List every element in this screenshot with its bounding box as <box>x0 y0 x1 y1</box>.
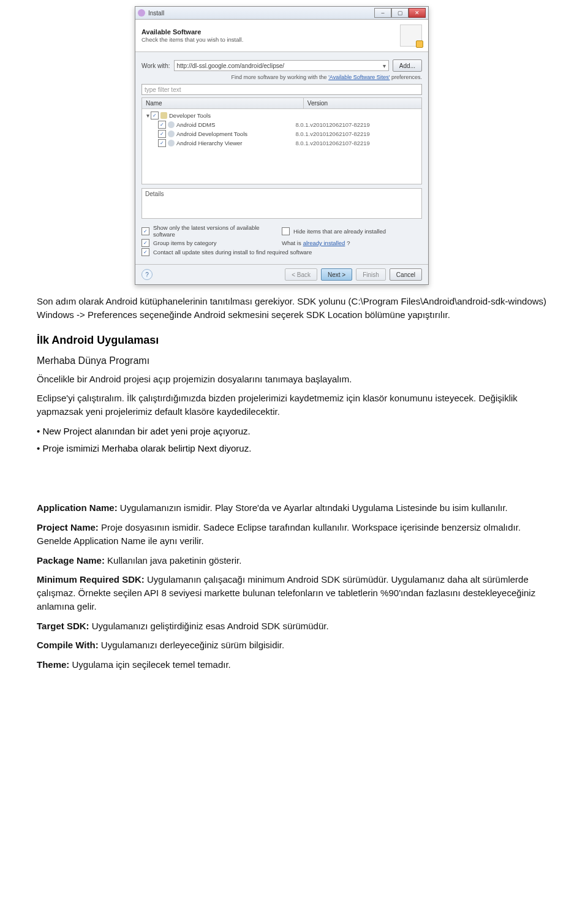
table-row[interactable]: ✓ Android DDMS 8.0.1.v201012062107-82219 <box>145 120 419 129</box>
paragraph: Application Name: Uygulamanızın ismidir.… <box>37 501 551 515</box>
finish-button[interactable]: Finish <box>356 268 386 281</box>
feature-icon <box>168 131 175 137</box>
group-name: Developer Tools <box>169 112 211 119</box>
software-table: Name Version ▾ ✓ Developer Tools <box>141 97 422 184</box>
paragraph: Minimum Required SDK: Uygulamanın çalışa… <box>37 573 551 613</box>
paragraph: Compile With: Uygulamanızı derleyeceğini… <box>37 638 551 652</box>
maximize-button[interactable]: ▢ <box>391 8 409 18</box>
label-project-name: Project Name: <box>37 522 99 532</box>
list-item: New Project alanından bir adet yeni proj… <box>37 425 551 438</box>
checkbox[interactable]: ✓ <box>158 130 166 138</box>
back-button[interactable]: < Back <box>285 268 317 281</box>
feature-icon <box>168 121 175 128</box>
close-button[interactable]: ✕ <box>409 8 426 18</box>
window-title: Install <box>148 10 164 17</box>
label-compile-with: Compile With: <box>37 640 99 650</box>
feature-icon <box>168 140 175 146</box>
label-min-sdk: Minimum Required SDK: <box>37 574 145 585</box>
add-button[interactable]: Add... <box>393 59 422 72</box>
opt-group: Group items by category <box>153 240 217 246</box>
paragraph: Öncelikle bir Android projesi açıp proje… <box>37 373 551 386</box>
eclipse-icon <box>138 9 145 17</box>
label-theme: Theme: <box>37 659 69 670</box>
checkbox[interactable]: ✓ <box>158 121 166 129</box>
opt-contact: Contact all update sites during install … <box>153 249 312 256</box>
work-with-value: http://dl-ssl.google.com/android/eclipse… <box>177 62 285 69</box>
next-button[interactable]: Next > <box>321 268 352 281</box>
heading-hello: Merhaba Dünya Programı <box>37 355 551 366</box>
available-sites-link[interactable]: 'Available Software Sites' <box>328 74 390 80</box>
heading-first-app: İlk Android Uygulaması <box>37 334 551 347</box>
paragraph: Son adım olarak Android kütüphanelerinin… <box>37 295 551 322</box>
checkbox[interactable]: ✓ <box>158 139 166 147</box>
already-installed-link[interactable]: already installed <box>303 240 345 246</box>
expander-icon[interactable]: ▾ <box>145 112 151 119</box>
opt-hide-installed: Hide items that are already installed <box>293 228 386 235</box>
details-panel: Details <box>141 188 422 219</box>
table-row[interactable]: ▾ ✓ Developer Tools <box>145 111 419 120</box>
banner-subtitle: Check the items that you wish to install… <box>141 36 243 43</box>
eclipse-install-screenshot: Install – ▢ ✕ Available Software Check t… <box>135 6 429 285</box>
work-with-combo[interactable]: http://dl-ssl.google.com/android/eclipse… <box>174 60 389 71</box>
list-item: Proje ismimizi Merhaba olarak belirtip N… <box>37 442 551 455</box>
document-body: Son adım olarak Android kütüphanelerinin… <box>37 295 551 672</box>
banner-title: Available Software <box>141 28 243 36</box>
checkbox[interactable]: ✓ <box>141 248 149 256</box>
paragraph: Theme: Uygulama için seçilecek temel tem… <box>37 658 551 672</box>
minimize-button[interactable]: – <box>374 8 391 18</box>
checkbox[interactable]: ✓ <box>151 112 159 119</box>
paragraph: Project Name: Proje dosyasının ismidir. … <box>37 521 551 548</box>
col-name[interactable]: Name <box>142 98 304 108</box>
category-icon <box>160 112 167 119</box>
help-icon[interactable]: ? <box>141 269 153 280</box>
paragraph: Package Name: Kullanılan java paketinin … <box>37 554 551 567</box>
label-application-name: Application Name: <box>37 502 118 513</box>
checkbox[interactable]: ✓ <box>282 227 290 235</box>
package-icon <box>400 25 422 47</box>
col-version[interactable]: Version <box>304 98 421 108</box>
table-row[interactable]: ✓ Android Development Tools 8.0.1.v20101… <box>145 129 419 138</box>
checkbox[interactable]: ✓ <box>141 239 149 247</box>
filter-input[interactable]: type filter text <box>141 84 422 95</box>
hint-line: Find more software by working with the '… <box>141 74 422 80</box>
cancel-button[interactable]: Cancel <box>390 268 422 281</box>
checkbox[interactable]: ✓ <box>141 227 149 235</box>
paragraph: Eclipse'yi çalıştıralım. İlk çalıştırdığ… <box>37 392 551 418</box>
opt-show-latest: Show only the latest versions of availab… <box>153 224 282 238</box>
label-target-sdk: Target SDK: <box>37 621 89 631</box>
label-package-name: Package Name: <box>37 555 105 566</box>
install-window: Install – ▢ ✕ Available Software Check t… <box>135 6 429 285</box>
work-with-label: Work with: <box>141 62 170 69</box>
paragraph: Target SDK: Uygulamanızı geliştirdiğiniz… <box>37 619 551 633</box>
wizard-banner: Available Software Check the items that … <box>135 20 428 52</box>
titlebar: Install – ▢ ✕ <box>135 7 428 20</box>
table-row[interactable]: ✓ Android Hierarchy Viewer 8.0.1.v201012… <box>145 138 419 148</box>
